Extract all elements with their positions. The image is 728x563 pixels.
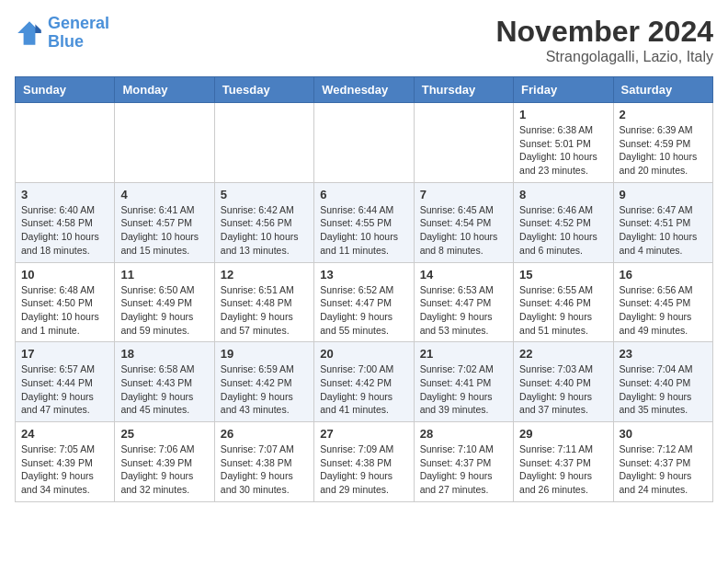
logo-line1: General <box>48 14 109 32</box>
calendar-cell: 16Sunrise: 6:56 AM Sunset: 4:45 PM Dayli… <box>613 262 712 342</box>
logo-line2: Blue <box>48 32 84 51</box>
day-info: Sunrise: 6:38 AM Sunset: 5:01 PM Dayligh… <box>519 123 607 178</box>
calendar-week-row: 10Sunrise: 6:48 AM Sunset: 4:50 PM Dayli… <box>16 262 713 342</box>
calendar-cell <box>414 103 513 183</box>
day-info: Sunrise: 6:57 AM Sunset: 4:44 PM Dayligh… <box>21 362 108 417</box>
day-info: Sunrise: 6:40 AM Sunset: 4:58 PM Dayligh… <box>21 203 108 258</box>
day-info: Sunrise: 6:50 AM Sunset: 4:49 PM Dayligh… <box>120 283 208 338</box>
weekday-header: SundayMondayTuesdayWednesdayThursdayFrid… <box>16 77 713 103</box>
calendar-cell: 1Sunrise: 6:38 AM Sunset: 5:01 PM Daylig… <box>514 103 613 183</box>
day-info: Sunrise: 6:56 AM Sunset: 4:45 PM Dayligh… <box>620 283 707 338</box>
calendar: SundayMondayTuesdayWednesdayThursdayFrid… <box>15 76 713 502</box>
day-info: Sunrise: 7:05 AM Sunset: 4:39 PM Dayligh… <box>21 442 108 497</box>
calendar-cell: 6Sunrise: 6:44 AM Sunset: 4:55 PM Daylig… <box>314 182 414 262</box>
day-number: 21 <box>420 347 507 361</box>
day-number: 28 <box>420 427 507 441</box>
calendar-cell: 9Sunrise: 6:47 AM Sunset: 4:51 PM Daylig… <box>613 182 712 262</box>
day-number: 13 <box>320 268 407 282</box>
day-number: 27 <box>320 427 407 441</box>
calendar-cell <box>115 103 214 183</box>
day-number: 10 <box>21 268 108 282</box>
calendar-week-row: 3Sunrise: 6:40 AM Sunset: 4:58 PM Daylig… <box>16 182 713 262</box>
day-number: 6 <box>320 188 407 201</box>
day-number: 20 <box>320 347 407 361</box>
month-title: November 2024 <box>495 15 713 49</box>
location: Strangolagalli, Lazio, Italy <box>495 49 713 65</box>
day-number: 18 <box>120 347 208 361</box>
calendar-cell: 8Sunrise: 6:46 AM Sunset: 4:52 PM Daylig… <box>514 182 613 262</box>
day-number: 29 <box>519 427 607 441</box>
calendar-cell: 20Sunrise: 7:00 AM Sunset: 4:42 PM Dayli… <box>314 342 414 422</box>
day-info: Sunrise: 7:03 AM Sunset: 4:40 PM Dayligh… <box>519 362 607 417</box>
calendar-cell <box>16 103 115 183</box>
day-info: Sunrise: 6:46 AM Sunset: 4:52 PM Dayligh… <box>519 203 607 258</box>
weekday-header-cell: Tuesday <box>214 77 313 103</box>
calendar-cell: 11Sunrise: 6:50 AM Sunset: 4:49 PM Dayli… <box>115 262 214 342</box>
day-info: Sunrise: 7:11 AM Sunset: 4:37 PM Dayligh… <box>519 442 607 497</box>
weekday-header-cell: Friday <box>514 77 613 103</box>
weekday-header-cell: Wednesday <box>314 77 414 103</box>
calendar-cell: 10Sunrise: 6:48 AM Sunset: 4:50 PM Dayli… <box>16 262 115 342</box>
day-number: 1 <box>519 108 607 121</box>
day-number: 24 <box>21 427 108 441</box>
day-info: Sunrise: 7:07 AM Sunset: 4:38 PM Dayligh… <box>221 442 308 497</box>
day-info: Sunrise: 6:47 AM Sunset: 4:51 PM Dayligh… <box>620 203 707 258</box>
logo-text: General Blue <box>48 15 109 52</box>
day-info: Sunrise: 7:04 AM Sunset: 4:40 PM Dayligh… <box>620 362 707 417</box>
logo-icon <box>15 18 44 48</box>
day-number: 2 <box>620 108 707 121</box>
day-info: Sunrise: 6:45 AM Sunset: 4:54 PM Dayligh… <box>420 203 507 258</box>
calendar-cell: 26Sunrise: 7:07 AM Sunset: 4:38 PM Dayli… <box>214 422 313 502</box>
calendar-cell: 7Sunrise: 6:45 AM Sunset: 4:54 PM Daylig… <box>414 182 513 262</box>
day-number: 14 <box>420 268 507 282</box>
day-info: Sunrise: 6:59 AM Sunset: 4:42 PM Dayligh… <box>221 362 308 417</box>
day-number: 30 <box>620 427 707 441</box>
calendar-cell: 15Sunrise: 6:55 AM Sunset: 4:46 PM Dayli… <box>514 262 613 342</box>
calendar-cell <box>214 103 313 183</box>
calendar-cell: 4Sunrise: 6:41 AM Sunset: 4:57 PM Daylig… <box>115 182 214 262</box>
day-number: 3 <box>21 188 108 201</box>
weekday-header-cell: Sunday <box>16 77 115 103</box>
calendar-cell: 17Sunrise: 6:57 AM Sunset: 4:44 PM Dayli… <box>16 342 115 422</box>
calendar-cell: 21Sunrise: 7:02 AM Sunset: 4:41 PM Dayli… <box>414 342 513 422</box>
day-number: 9 <box>620 188 707 201</box>
day-info: Sunrise: 6:55 AM Sunset: 4:46 PM Dayligh… <box>519 283 607 338</box>
calendar-body: 1Sunrise: 6:38 AM Sunset: 5:01 PM Daylig… <box>16 103 713 502</box>
calendar-week-row: 17Sunrise: 6:57 AM Sunset: 4:44 PM Dayli… <box>16 342 713 422</box>
day-info: Sunrise: 7:12 AM Sunset: 4:37 PM Dayligh… <box>620 442 707 497</box>
day-number: 12 <box>221 268 308 282</box>
day-number: 16 <box>620 268 707 282</box>
day-number: 11 <box>120 268 208 282</box>
day-number: 17 <box>21 347 108 361</box>
calendar-cell: 30Sunrise: 7:12 AM Sunset: 4:37 PM Dayli… <box>613 422 712 502</box>
calendar-cell: 25Sunrise: 7:06 AM Sunset: 4:39 PM Dayli… <box>115 422 214 502</box>
calendar-cell: 23Sunrise: 7:04 AM Sunset: 4:40 PM Dayli… <box>613 342 712 422</box>
day-info: Sunrise: 7:06 AM Sunset: 4:39 PM Dayligh… <box>120 442 208 497</box>
day-info: Sunrise: 7:02 AM Sunset: 4:41 PM Dayligh… <box>420 362 507 417</box>
day-number: 26 <box>221 427 308 441</box>
calendar-cell: 28Sunrise: 7:10 AM Sunset: 4:37 PM Dayli… <box>414 422 513 502</box>
calendar-cell: 2Sunrise: 6:39 AM Sunset: 4:59 PM Daylig… <box>613 103 712 183</box>
day-info: Sunrise: 6:53 AM Sunset: 4:47 PM Dayligh… <box>420 283 507 338</box>
calendar-cell <box>314 103 414 183</box>
calendar-cell: 24Sunrise: 7:05 AM Sunset: 4:39 PM Dayli… <box>16 422 115 502</box>
day-number: 7 <box>420 188 507 201</box>
day-number: 5 <box>221 188 308 201</box>
title-block: November 2024 Strangolagalli, Lazio, Ita… <box>495 15 713 65</box>
calendar-cell: 18Sunrise: 6:58 AM Sunset: 4:43 PM Dayli… <box>115 342 214 422</box>
day-info: Sunrise: 6:44 AM Sunset: 4:55 PM Dayligh… <box>320 203 407 258</box>
day-number: 22 <box>519 347 607 361</box>
weekday-header-cell: Monday <box>115 77 214 103</box>
day-info: Sunrise: 6:42 AM Sunset: 4:56 PM Dayligh… <box>221 203 308 258</box>
calendar-week-row: 24Sunrise: 7:05 AM Sunset: 4:39 PM Dayli… <box>16 422 713 502</box>
calendar-cell: 12Sunrise: 6:51 AM Sunset: 4:48 PM Dayli… <box>214 262 313 342</box>
calendar-cell: 3Sunrise: 6:40 AM Sunset: 4:58 PM Daylig… <box>16 182 115 262</box>
page: General Blue November 2024 Strangolagall… <box>0 0 728 563</box>
day-number: 4 <box>120 188 208 201</box>
day-info: Sunrise: 7:00 AM Sunset: 4:42 PM Dayligh… <box>320 362 407 417</box>
calendar-cell: 19Sunrise: 6:59 AM Sunset: 4:42 PM Dayli… <box>214 342 313 422</box>
day-info: Sunrise: 7:10 AM Sunset: 4:37 PM Dayligh… <box>420 442 507 497</box>
day-number: 23 <box>620 347 707 361</box>
day-info: Sunrise: 6:51 AM Sunset: 4:48 PM Dayligh… <box>221 283 308 338</box>
day-info: Sunrise: 6:39 AM Sunset: 4:59 PM Dayligh… <box>620 123 707 178</box>
